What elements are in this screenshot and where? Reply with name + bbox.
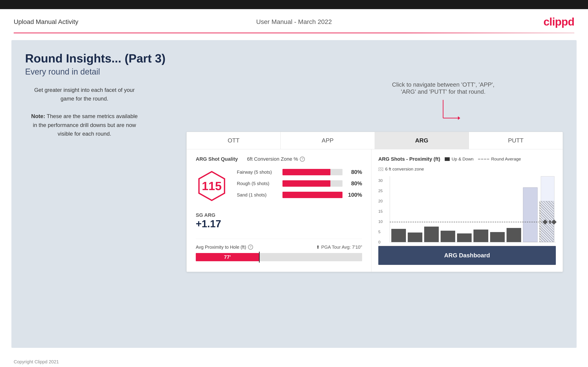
sand-pct: 100% bbox=[346, 192, 362, 198]
rough-bar-fill bbox=[283, 180, 330, 187]
bar-group-3 bbox=[424, 226, 439, 242]
sg-label: SG ARG bbox=[196, 212, 232, 218]
hex-score-value: 115 bbox=[202, 179, 222, 193]
bar-1a bbox=[391, 229, 406, 242]
svg-marker-2 bbox=[458, 116, 460, 120]
shot-row-fairway: Fairway (5 shots) 80% bbox=[237, 169, 362, 175]
sg-value: +1.17 bbox=[196, 218, 232, 230]
conversion-zone-label: 6ft Conversion Zone % ? bbox=[247, 156, 305, 162]
arg-shot-quality-label: ARG Shot Quality bbox=[196, 156, 238, 162]
chart-panel: ARG Shots - Proximity (ft) Up & Down bbox=[372, 149, 563, 272]
bars-area: 8 bbox=[390, 176, 556, 242]
sand-bar bbox=[283, 192, 343, 198]
footer: Copyright Clippd 2021 bbox=[0, 355, 588, 367]
proximity-value: 77' bbox=[224, 254, 231, 260]
legend-round-avg: Round Average bbox=[478, 157, 521, 162]
legend-6ft: 6 ft conversion zone bbox=[378, 167, 424, 172]
hline-right-diamond bbox=[552, 219, 557, 225]
proximity-section: Avg Proximity to Hole (ft) ? ⬆ PGA Tour … bbox=[196, 239, 362, 261]
tab-ott[interactable]: OTT bbox=[187, 132, 281, 149]
sand-bar-fill bbox=[283, 192, 343, 198]
bar-group-4 bbox=[441, 231, 455, 242]
bar-group-5 bbox=[457, 234, 472, 242]
hline-left-diamond bbox=[543, 219, 548, 225]
hex-score-shape: 115 bbox=[196, 170, 228, 202]
sand-label: Sand (1 shots) bbox=[237, 192, 283, 198]
bar-group-9 bbox=[523, 187, 537, 242]
highlight-col bbox=[541, 176, 554, 242]
bar-4a bbox=[441, 231, 455, 242]
legend-6ft-label: 6 ft conversion zone bbox=[385, 167, 424, 172]
tab-row: OTT APP ARG PUTT bbox=[187, 132, 563, 149]
bar-7a bbox=[490, 232, 505, 242]
bar-group-1 bbox=[391, 229, 406, 242]
bar-group-2 bbox=[408, 233, 422, 242]
legend-up-down-label: Up & Down bbox=[451, 157, 474, 162]
annotation-arrow bbox=[423, 98, 464, 129]
annotation-wrapper: Click to navigate between 'OTT', 'APP','… bbox=[392, 81, 494, 129]
stats-panel: ARG Shot Quality 6ft Conversion Zone % ? bbox=[187, 149, 372, 272]
insight-text: Get greater insight into each facet of y… bbox=[30, 86, 139, 138]
right-panel: Click to navigate between 'OTT', 'APP','… bbox=[157, 86, 563, 272]
bar-2a bbox=[408, 233, 422, 242]
tab-putt[interactable]: PUTT bbox=[469, 132, 563, 149]
top-bar bbox=[0, 0, 588, 9]
header-divider bbox=[14, 33, 574, 33]
tab-app[interactable]: APP bbox=[281, 132, 375, 149]
hline: 8 bbox=[390, 219, 556, 225]
chart-container: 0 5 10 15 20 25 30 bbox=[378, 176, 556, 242]
rough-pct: 80% bbox=[346, 180, 362, 187]
fairway-bar-fill bbox=[283, 169, 330, 175]
card: OTT APP ARG PUTT ARG Shot Quality 6ft Co… bbox=[186, 132, 563, 272]
arg-dashboard-button[interactable]: ARG Dashboard bbox=[378, 246, 556, 265]
bar-group-7 bbox=[490, 232, 505, 242]
shot-bars: Fairway (5 shots) 80% Rough (5 shots) bbox=[237, 169, 362, 203]
bar-5a bbox=[457, 234, 472, 242]
bars-container bbox=[390, 176, 556, 242]
header: Upload Manual Activity User Manual - Mar… bbox=[0, 9, 588, 33]
note-text: These are the same metrics available in … bbox=[33, 113, 138, 137]
legend-up-down-icon bbox=[445, 157, 450, 161]
stats-header: ARG Shot Quality 6ft Conversion Zone % ? bbox=[196, 156, 362, 162]
annotation-text: Click to navigate between 'OTT', 'APP','… bbox=[392, 81, 494, 95]
hline-value: 8 bbox=[549, 219, 551, 225]
note-label: Note: bbox=[31, 113, 47, 119]
proximity-bar: 77' bbox=[196, 253, 362, 261]
page-title: Round Insights... (Part 3) bbox=[25, 51, 563, 65]
main-content: Round Insights... (Part 3) Every round i… bbox=[11, 40, 577, 348]
proximity-label: Avg Proximity to Hole (ft) ? bbox=[196, 245, 253, 250]
help-icon[interactable]: ? bbox=[300, 157, 305, 162]
proximity-cursor bbox=[259, 252, 260, 263]
logo: clippd bbox=[544, 16, 574, 28]
bar-3a bbox=[424, 226, 439, 242]
bar-9a bbox=[523, 187, 537, 242]
card-body: ARG Shot Quality 6ft Conversion Zone % ? bbox=[187, 149, 563, 272]
pga-avg: ⬆ PGA Tour Avg: 7'10" bbox=[316, 244, 362, 250]
shot-row-sand: Sand (1 shots) 100% bbox=[237, 192, 362, 198]
rough-label: Rough (5 shots) bbox=[237, 181, 283, 186]
proximity-help-icon[interactable]: ? bbox=[248, 245, 253, 250]
legend-dashed-icon bbox=[478, 159, 489, 159]
legend-round-avg-label: Round Average bbox=[491, 157, 521, 162]
bar-8a bbox=[507, 228, 521, 242]
sg-label-area: SG ARG +1.17 bbox=[196, 212, 232, 230]
fairway-label: Fairway (5 shots) bbox=[237, 170, 283, 175]
hex-container: 115 Fairway (5 shots) 80% bbox=[196, 169, 362, 203]
insight-main: Get greater insight into each facet of y… bbox=[34, 87, 135, 102]
bar-group-6 bbox=[474, 230, 488, 242]
chart-header: ARG Shots - Proximity (ft) Up & Down bbox=[378, 156, 556, 172]
legend-hatch-icon bbox=[378, 167, 383, 171]
upload-label: Upload Manual Activity bbox=[14, 18, 78, 25]
copyright: Copyright Clippd 2021 bbox=[14, 359, 59, 364]
bar-6a bbox=[474, 230, 488, 242]
proximity-header: Avg Proximity to Hole (ft) ? ⬆ PGA Tour … bbox=[196, 244, 362, 250]
sg-section: SG ARG +1.17 bbox=[196, 212, 362, 230]
left-panel: Get greater insight into each facet of y… bbox=[25, 86, 144, 138]
y-axis: 0 5 10 15 20 25 30 bbox=[378, 178, 383, 245]
tab-arg[interactable]: ARG bbox=[375, 132, 469, 149]
proximity-bar-fill: 77' bbox=[196, 253, 259, 261]
page-subtitle: Every round in detail bbox=[25, 67, 563, 77]
fairway-bar bbox=[283, 169, 343, 175]
chart-title: ARG Shots - Proximity (ft) bbox=[378, 156, 440, 162]
doc-title: User Manual - March 2022 bbox=[256, 18, 332, 25]
